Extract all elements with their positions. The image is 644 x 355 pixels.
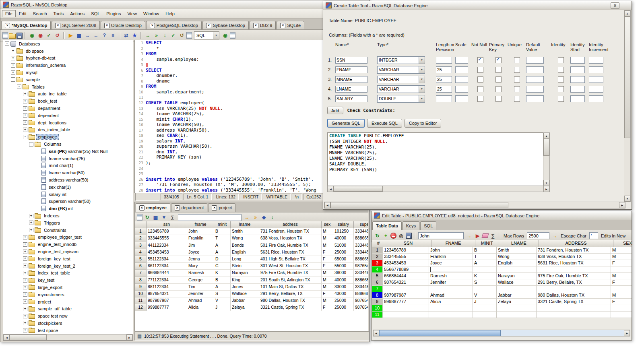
copy-to-editor-button[interactable]: Copy to Editor [405, 119, 442, 128]
refresh-results-icon[interactable]: ↻ [143, 214, 151, 221]
identity-checkbox[interactable] [558, 86, 564, 92]
tree-item-auto-inc-table[interactable]: +auto_inc_table [3, 91, 133, 98]
chevron-down-icon[interactable] [419, 66, 425, 73]
go-last-icon[interactable]: » [153, 32, 160, 39]
connection-tab-db2-9[interactable]: DB2 9 [250, 21, 276, 29]
default-value-input[interactable] [526, 86, 544, 93]
tree-item-indexes[interactable]: +Indexes [3, 212, 133, 219]
sql-horizontal-scrollbar[interactable] [327, 186, 550, 192]
rollback-icon[interactable]: ↺ [54, 32, 61, 39]
menu-help[interactable]: Help [162, 10, 178, 17]
expand-icon[interactable]: + [23, 292, 27, 297]
scroll-up-icon[interactable] [624, 10, 630, 17]
identity-checkbox[interactable] [558, 76, 564, 83]
unique-checkbox[interactable] [514, 67, 520, 73]
column-name-input[interactable] [335, 66, 367, 73]
tree-item-department[interactable]: +department [3, 105, 133, 112]
find-all-icon[interactable]: » [252, 214, 259, 221]
scroll-right-icon[interactable] [126, 334, 132, 341]
format-sql-icon[interactable]: ≡ [109, 32, 117, 39]
table-row[interactable]: 3453453453JoyceAEnglish5631 Rice, Housto… [372, 260, 631, 266]
save-edits-icon[interactable] [406, 233, 412, 239]
column-type-combo[interactable]: INTEGER [377, 56, 425, 64]
expand-icon[interactable]: + [23, 299, 27, 304]
save-icon[interactable] [17, 33, 23, 39]
edit-horizontal-scrollbar[interactable] [373, 330, 630, 336]
escape-char-input[interactable] [589, 232, 598, 239]
connection-tab-postgresql-desktop[interactable]: PostgreSQL Desktop [146, 21, 202, 29]
result-tab-project[interactable]: project [208, 203, 235, 212]
scrollbar-thumb[interactable] [10, 334, 47, 340]
table-row[interactable]: 10 [372, 305, 631, 312]
describe-table-icon[interactable]: ? [101, 32, 108, 39]
not-null-checkbox[interactable] [477, 67, 483, 73]
tree-item-dept-locations[interactable]: +dept_locations [3, 119, 133, 126]
tree-item-employee-trigger-test[interactable]: +employee_trigger_test [3, 234, 133, 241]
expand-icon[interactable]: + [23, 314, 27, 318]
column-name-input[interactable] [335, 95, 367, 102]
tree-item-sex-char-1[interactable]: sex char(1) [3, 184, 133, 191]
tree-item-employee[interactable]: -employee [3, 133, 133, 140]
result-filter-input[interactable] [178, 214, 242, 221]
tree-item-stockpickers[interactable]: +stockpickers [3, 320, 133, 327]
disconnect-icon[interactable]: ◉ [37, 32, 44, 39]
length-input[interactable] [436, 95, 452, 102]
scale-input[interactable] [455, 86, 468, 93]
close-button[interactable] [611, 2, 619, 9]
sum-icon[interactable]: ∑ [169, 214, 176, 221]
tree-item-foreign-key-test-2[interactable]: +foreign_key_test_2 [3, 262, 133, 270]
unique-checkbox[interactable] [514, 86, 520, 92]
chevron-down-icon[interactable] [213, 32, 219, 39]
sql-selector-combo[interactable]: SQL [194, 31, 219, 39]
chevron-down-icon[interactable] [419, 86, 425, 93]
scroll-right-icon[interactable] [624, 330, 630, 336]
identity-increment-input[interactable] [589, 86, 603, 93]
connections-icon[interactable]: ◉ [221, 32, 229, 39]
identity-start-input[interactable] [570, 95, 585, 102]
default-value-input[interactable] [526, 57, 544, 64]
column-header-fname[interactable]: FNAME [431, 240, 475, 247]
default-value-input[interactable] [526, 66, 544, 73]
window-horizontal-scrollbar[interactable] [324, 202, 625, 208]
window-vertical-scrollbar[interactable] [624, 10, 631, 202]
expand-icon[interactable]: + [23, 256, 27, 261]
column-header-fname[interactable]: fname [187, 221, 214, 228]
default-value-input[interactable] [526, 76, 544, 83]
commit-icon[interactable]: ✓ [45, 32, 53, 39]
table-row[interactable]: 9881122334TimAJones101 Main St, Dallas T… [135, 284, 368, 291]
identity-increment-input[interactable] [589, 76, 603, 83]
scrollbar-track[interactable] [379, 330, 624, 336]
tree-item-index-test-table[interactable]: +index_test_table [3, 270, 133, 277]
tree-item-large-export[interactable]: +large_export [3, 284, 133, 291]
unique-checkbox[interactable] [514, 96, 520, 102]
primary-key-checkbox[interactable] [495, 96, 502, 102]
tab-keys[interactable]: Keys [402, 221, 419, 230]
column-header-ssn[interactable]: ssn [147, 221, 187, 228]
expand-icon[interactable]: + [23, 271, 27, 275]
scroll-left-icon[interactable] [4, 334, 10, 341]
aggregate-icon[interactable]: ∑ [489, 232, 497, 239]
scale-input[interactable] [455, 66, 468, 73]
unique-checkbox[interactable] [514, 57, 520, 63]
result-tab-employee[interactable]: employee [136, 203, 170, 212]
tree-item-salary-int[interactable]: salary int [3, 191, 133, 198]
tree-item-databases[interactable]: -Databases [3, 40, 133, 47]
column-type-combo[interactable]: VARCHAR [377, 76, 425, 83]
tree-item-foreign-key-test[interactable]: +foreign_key_test [3, 255, 133, 262]
tree-item-key-test[interactable]: +key_test [3, 277, 133, 284]
tree-item-db-space[interactable]: +db space [3, 47, 133, 55]
go-next-icon[interactable]: → [144, 32, 152, 39]
identity-checkbox[interactable] [558, 96, 564, 102]
column-name-input[interactable] [335, 86, 367, 93]
collapse-icon[interactable]: - [17, 85, 21, 89]
scale-input[interactable] [455, 57, 468, 64]
close-tab-icon[interactable] [280, 23, 285, 28]
table-row[interactable]: 2333445555FranklinTWong638 Voss, Houston… [135, 235, 368, 242]
tree-item-project[interactable]: +project [3, 298, 133, 305]
expand-icon[interactable]: + [11, 56, 15, 60]
column-header-ssn[interactable]: SSN [385, 240, 431, 247]
scrollbar-track[interactable] [330, 202, 619, 208]
query-builder-icon[interactable]: ▦ [75, 32, 83, 39]
not-null-checkbox[interactable] [477, 57, 483, 63]
export-data-icon[interactable]: → [84, 32, 91, 39]
